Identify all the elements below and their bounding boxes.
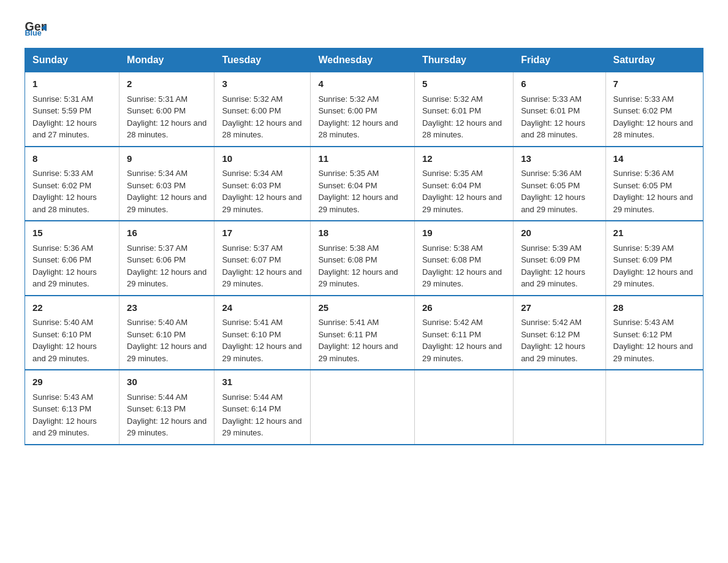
day-number: 10 (222, 152, 303, 166)
day-cell: 25 Sunrise: 5:41 AMSunset: 6:11 PMDaylig… (311, 296, 415, 370)
header-wednesday: Wednesday (311, 48, 415, 72)
day-info: Sunrise: 5:42 AMSunset: 6:12 PMDaylight:… (521, 318, 585, 363)
day-info: Sunrise: 5:31 AMSunset: 5:59 PMDaylight:… (32, 94, 97, 140)
day-cell: 5 Sunrise: 5:32 AMSunset: 6:01 PMDayligh… (414, 72, 513, 147)
day-number: 30 (127, 375, 207, 389)
day-cell: 31 Sunrise: 5:44 AMSunset: 6:14 PMDaylig… (214, 370, 311, 445)
day-cell: 24 Sunrise: 5:41 AMSunset: 6:10 PMDaylig… (214, 296, 311, 370)
day-cell: 11 Sunrise: 5:35 AMSunset: 6:04 PMDaylig… (311, 147, 415, 221)
day-cell: 12 Sunrise: 5:35 AMSunset: 6:04 PMDaylig… (414, 147, 513, 221)
day-info: Sunrise: 5:38 AMSunset: 6:08 PMDaylight:… (422, 243, 502, 289)
header-row: SundayMondayTuesdayWednesdayThursdayFrid… (25, 48, 703, 72)
day-number: 16 (127, 226, 207, 240)
day-number: 5 (422, 77, 506, 91)
day-info: Sunrise: 5:44 AMSunset: 6:13 PMDaylight:… (127, 393, 207, 438)
header-sunday: Sunday (25, 48, 119, 72)
page-header: General Blue (25, 18, 703, 36)
day-number: 29 (32, 375, 112, 389)
day-cell: 27 Sunrise: 5:42 AMSunset: 6:12 PMDaylig… (514, 296, 605, 370)
day-number: 22 (32, 301, 112, 315)
day-number: 7 (613, 77, 696, 91)
day-info: Sunrise: 5:35 AMSunset: 6:04 PMDaylight:… (318, 169, 398, 214)
day-info: Sunrise: 5:40 AMSunset: 6:10 PMDaylight:… (127, 318, 207, 363)
day-number: 3 (222, 77, 303, 91)
day-number: 21 (613, 226, 696, 240)
day-cell: 16 Sunrise: 5:37 AMSunset: 6:06 PMDaylig… (119, 221, 214, 296)
day-cell (514, 370, 605, 445)
svg-text:Blue: Blue (25, 29, 42, 36)
header-thursday: Thursday (414, 48, 513, 72)
day-info: Sunrise: 5:36 AMSunset: 6:05 PMDaylight:… (521, 169, 585, 214)
day-number: 17 (222, 226, 303, 240)
day-cell: 8 Sunrise: 5:33 AMSunset: 6:02 PMDayligh… (25, 147, 119, 221)
day-cell: 6 Sunrise: 5:33 AMSunset: 6:01 PMDayligh… (514, 72, 605, 147)
day-number: 28 (613, 301, 696, 315)
day-info: Sunrise: 5:39 AMSunset: 6:09 PMDaylight:… (521, 243, 585, 289)
day-number: 20 (521, 226, 597, 240)
day-info: Sunrise: 5:34 AMSunset: 6:03 PMDaylight:… (222, 169, 301, 214)
day-number: 14 (613, 152, 696, 166)
day-cell: 2 Sunrise: 5:31 AMSunset: 6:00 PMDayligh… (119, 72, 214, 147)
day-info: Sunrise: 5:42 AMSunset: 6:11 PMDaylight:… (422, 318, 502, 363)
day-number: 2 (127, 77, 207, 91)
day-cell: 20 Sunrise: 5:39 AMSunset: 6:09 PMDaylig… (514, 221, 605, 296)
week-row-4: 22 Sunrise: 5:40 AMSunset: 6:10 PMDaylig… (25, 296, 703, 370)
header-saturday: Saturday (605, 48, 703, 72)
week-row-3: 15 Sunrise: 5:36 AMSunset: 6:06 PMDaylig… (25, 221, 703, 296)
day-info: Sunrise: 5:33 AMSunset: 6:02 PMDaylight:… (32, 169, 97, 214)
day-cell: 23 Sunrise: 5:40 AMSunset: 6:10 PMDaylig… (119, 296, 214, 370)
day-cell: 28 Sunrise: 5:43 AMSunset: 6:12 PMDaylig… (605, 296, 703, 370)
day-number: 18 (318, 226, 407, 240)
day-info: Sunrise: 5:41 AMSunset: 6:11 PMDaylight:… (318, 318, 398, 363)
week-row-2: 8 Sunrise: 5:33 AMSunset: 6:02 PMDayligh… (25, 147, 703, 221)
day-info: Sunrise: 5:33 AMSunset: 6:01 PMDaylight:… (521, 94, 585, 140)
day-info: Sunrise: 5:38 AMSunset: 6:08 PMDaylight:… (318, 243, 398, 289)
day-info: Sunrise: 5:36 AMSunset: 6:06 PMDaylight:… (32, 243, 97, 289)
day-cell: 26 Sunrise: 5:42 AMSunset: 6:11 PMDaylig… (414, 296, 513, 370)
calendar-table: SundayMondayTuesdayWednesdayThursdayFrid… (25, 48, 703, 445)
day-info: Sunrise: 5:37 AMSunset: 6:06 PMDaylight:… (127, 243, 207, 289)
day-number: 1 (32, 77, 112, 91)
week-row-1: 1 Sunrise: 5:31 AMSunset: 5:59 PMDayligh… (25, 72, 703, 147)
day-cell (605, 370, 703, 445)
day-info: Sunrise: 5:34 AMSunset: 6:03 PMDaylight:… (127, 169, 207, 214)
day-info: Sunrise: 5:37 AMSunset: 6:07 PMDaylight:… (222, 243, 301, 289)
day-number: 15 (32, 226, 112, 240)
day-cell: 17 Sunrise: 5:37 AMSunset: 6:07 PMDaylig… (214, 221, 311, 296)
day-number: 27 (521, 301, 597, 315)
day-cell: 29 Sunrise: 5:43 AMSunset: 6:13 PMDaylig… (25, 370, 119, 445)
day-number: 23 (127, 301, 207, 315)
day-info: Sunrise: 5:40 AMSunset: 6:10 PMDaylight:… (32, 318, 97, 363)
day-info: Sunrise: 5:44 AMSunset: 6:14 PMDaylight:… (222, 393, 301, 438)
day-number: 13 (521, 152, 597, 166)
day-cell: 1 Sunrise: 5:31 AMSunset: 5:59 PMDayligh… (25, 72, 119, 147)
day-info: Sunrise: 5:31 AMSunset: 6:00 PMDaylight:… (127, 94, 207, 140)
day-cell: 15 Sunrise: 5:36 AMSunset: 6:06 PMDaylig… (25, 221, 119, 296)
day-number: 8 (32, 152, 112, 166)
day-info: Sunrise: 5:39 AMSunset: 6:09 PMDaylight:… (613, 243, 693, 289)
day-number: 12 (422, 152, 506, 166)
logo: General Blue (25, 18, 49, 36)
day-number: 31 (222, 375, 303, 389)
day-number: 6 (521, 77, 597, 91)
day-number: 4 (318, 77, 407, 91)
day-cell: 3 Sunrise: 5:32 AMSunset: 6:00 PMDayligh… (214, 72, 311, 147)
day-number: 19 (422, 226, 506, 240)
day-info: Sunrise: 5:43 AMSunset: 6:13 PMDaylight:… (32, 393, 97, 438)
day-cell: 21 Sunrise: 5:39 AMSunset: 6:09 PMDaylig… (605, 221, 703, 296)
day-info: Sunrise: 5:33 AMSunset: 6:02 PMDaylight:… (613, 94, 693, 140)
day-number: 11 (318, 152, 407, 166)
day-cell: 10 Sunrise: 5:34 AMSunset: 6:03 PMDaylig… (214, 147, 311, 221)
day-info: Sunrise: 5:32 AMSunset: 6:00 PMDaylight:… (222, 94, 301, 140)
week-row-5: 29 Sunrise: 5:43 AMSunset: 6:13 PMDaylig… (25, 370, 703, 445)
day-cell: 22 Sunrise: 5:40 AMSunset: 6:10 PMDaylig… (25, 296, 119, 370)
logo-icon: General Blue (25, 18, 47, 36)
day-cell: 13 Sunrise: 5:36 AMSunset: 6:05 PMDaylig… (514, 147, 605, 221)
day-cell: 19 Sunrise: 5:38 AMSunset: 6:08 PMDaylig… (414, 221, 513, 296)
day-cell (311, 370, 415, 445)
day-cell: 14 Sunrise: 5:36 AMSunset: 6:05 PMDaylig… (605, 147, 703, 221)
day-cell: 7 Sunrise: 5:33 AMSunset: 6:02 PMDayligh… (605, 72, 703, 147)
day-cell: 9 Sunrise: 5:34 AMSunset: 6:03 PMDayligh… (119, 147, 214, 221)
header-tuesday: Tuesday (214, 48, 311, 72)
day-info: Sunrise: 5:43 AMSunset: 6:12 PMDaylight:… (613, 318, 693, 363)
